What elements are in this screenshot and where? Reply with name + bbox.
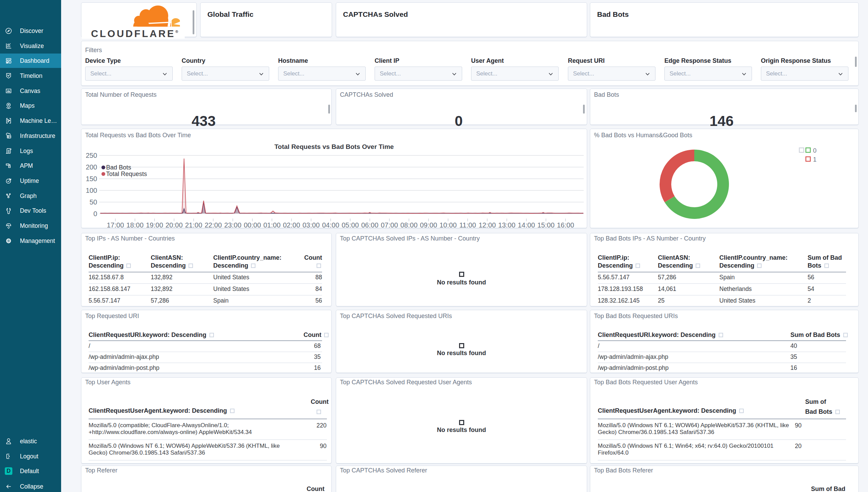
svg-text:11:00: 11:00 [459,221,476,228]
svg-text:12:00: 12:00 [479,221,496,228]
svg-text:10:00: 10:00 [439,221,457,228]
svg-text:07:00: 07:00 [381,221,398,228]
svg-text:02:00: 02:00 [283,221,300,228]
svg-text:17:00: 17:00 [107,221,124,228]
svg-text:05:00: 05:00 [342,221,359,228]
svg-text:250: 250 [86,152,97,159]
svg-text:150: 150 [86,175,97,183]
svg-text:18:00: 18:00 [126,221,144,228]
svg-text:15:00: 15:00 [537,221,555,228]
svg-text:Total Requests: Total Requests [106,171,147,177]
svg-text:01:00: 01:00 [263,221,281,228]
svg-text:06:00: 06:00 [361,221,378,228]
svg-text:1: 1 [813,156,816,163]
svg-text:04:00: 04:00 [322,221,339,228]
svg-text:0: 0 [93,210,97,218]
svg-text:Bad Bots: Bad Bots [106,164,131,171]
svg-text:03:00: 03:00 [302,221,320,228]
svg-text:16:00: 16:00 [557,221,574,228]
svg-text:14:00: 14:00 [518,221,535,228]
svg-text:19:00: 19:00 [146,221,163,228]
svg-text:50: 50 [90,198,97,206]
svg-text:00:00: 00:00 [244,221,261,228]
svg-text:0: 0 [813,147,816,154]
svg-text:200: 200 [86,163,97,171]
svg-text:Total Requests vs Bad Bots Ove: Total Requests vs Bad Bots Over Time [274,143,394,150]
svg-text:08:00: 08:00 [400,221,418,228]
svg-text:22:00: 22:00 [205,221,222,228]
svg-text:09:00: 09:00 [420,221,437,228]
svg-text:13:00: 13:00 [498,221,515,228]
svg-text:100: 100 [86,187,97,194]
svg-text:23:00: 23:00 [224,221,241,228]
svg-text:21:00: 21:00 [185,221,202,228]
svg-text:20:00: 20:00 [165,221,183,228]
